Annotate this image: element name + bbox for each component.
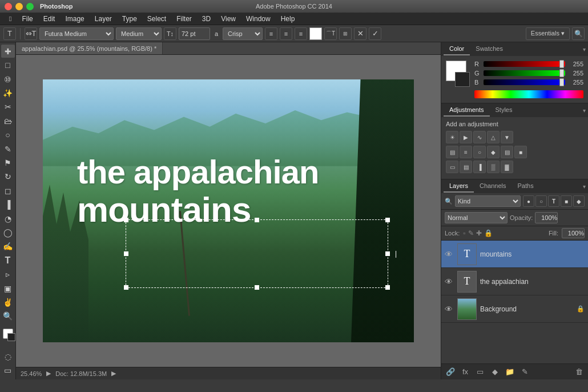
commit-button[interactable]: ✓ [369,27,381,40]
text-orientation-button[interactable]: ⇔T [25,27,37,40]
document-tab[interactable]: appalachian.psd @ 25.5% (mountains, RGB/… [16,42,163,54]
menu-view[interactable]: View [216,14,240,24]
g-slider[interactable] [484,70,565,76]
adj-vibrance[interactable]: ▼ [501,131,513,143]
lock-transparent-icon[interactable]: ▫ [463,229,465,237]
adj-exposure[interactable]: △ [487,131,500,143]
type-filter-btn[interactable]: T [548,195,559,207]
menu-file[interactable]: File [17,14,37,24]
zoom-tool[interactable]: 🔍 [1,310,15,323]
brush-tool[interactable]: ✎ [1,142,15,155]
adj-levels[interactable]: ▶ [460,131,472,143]
layers-panel-collapse[interactable]: ▾ [583,183,586,190]
adj-panel-collapse[interactable]: ▾ [583,107,586,114]
anti-alias-select[interactable]: Crisp [223,27,263,40]
fill-input[interactable] [562,228,585,238]
delete-layer-button[interactable]: 🗑 [573,366,585,378]
text-color-swatch[interactable] [309,27,322,40]
layer-mask-button[interactable]: ▭ [474,366,486,378]
maximize-button[interactable] [26,3,34,10]
warp-text-button[interactable]: ⌒T [324,27,337,40]
cancel-button[interactable]: ✕ [354,27,367,40]
kind-filter-select[interactable]: Kind [455,195,521,207]
canvas-wrapper[interactable]: the appalachian mountains | [16,55,441,367]
menu-type[interactable]: Type [118,14,142,24]
adj-curves[interactable]: ∿ [473,131,486,143]
hand-tool[interactable]: ✌ [1,295,15,309]
pen-tool[interactable]: ✍ [1,240,15,253]
lasso-tool[interactable]: ⑩ [1,73,15,86]
shape-tool[interactable]: ▣ [1,282,15,295]
menu-layer[interactable]: Layer [90,14,116,24]
gradient-tool[interactable]: ▐ [1,198,15,211]
clone-stamp-tool[interactable]: ⚑ [1,156,15,169]
history-brush-tool[interactable]: ↻ [1,170,15,183]
eyedropper-tool[interactable]: 🗁 [1,114,15,127]
dodge-tool[interactable]: ◯ [1,226,15,239]
color-spectrum[interactable] [474,90,583,98]
adj-selective-color[interactable]: ▓ [501,161,513,173]
r-slider[interactable] [484,61,565,67]
b-slider[interactable] [484,79,565,85]
adj-brightness[interactable]: ☀ [446,131,458,143]
screen-mode-button[interactable]: ▭ [1,364,15,377]
lock-all-icon[interactable]: 🔒 [484,229,493,237]
shape-filter-btn[interactable]: ■ [561,195,572,207]
tab-channels[interactable]: Channels [474,180,512,193]
align-center-button[interactable]: ≡ [280,27,292,40]
magic-wand-tool[interactable]: ✨ [1,86,15,99]
align-right-button[interactable]: ≡ [295,27,307,40]
tab-paths[interactable]: Paths [512,180,539,193]
traffic-lights[interactable] [5,3,34,10]
visibility-eye-mountains[interactable]: 👁 [445,250,454,259]
tab-color[interactable]: Color [444,43,470,55]
layer-item-background[interactable]: 👁 Background 🔒 [441,295,588,323]
adj-gradient-map[interactable]: ▒ [487,161,500,173]
layer-effects-button[interactable]: fx [460,366,471,378]
smart-filter-btn[interactable]: ◆ [573,195,585,207]
menu-edit[interactable]: Edit [39,14,60,24]
layer-item-appalachian[interactable]: 👁 T the appalachian [441,268,588,295]
adj-invert[interactable]: ▭ [446,161,458,173]
adj-color-balance[interactable]: ≡ [460,146,472,158]
tool-mode-button[interactable]: T [3,27,16,40]
foreground-color[interactable] [3,329,13,339]
eraser-tool[interactable]: ◻ [1,184,15,197]
opacity-input[interactable] [535,212,558,223]
crop-tool[interactable]: ✂ [1,101,15,114]
tab-swatches[interactable]: Swatches [470,43,509,55]
new-layer-button[interactable]: ✎ [519,366,530,378]
visibility-eye-appalachian[interactable]: 👁 [445,277,454,286]
align-left-button[interactable]: ≡ [265,27,277,40]
quick-mask-button[interactable]: ◌ [1,350,15,363]
menu-image[interactable]: Image [61,14,88,24]
char-panel-button[interactable]: ⊞ [339,27,352,40]
minimize-button[interactable] [15,3,23,10]
path-tool[interactable]: ▹ [1,268,15,281]
menu-filter[interactable]: Filter [172,14,196,24]
adj-channel-mixer[interactable]: ▤ [501,146,513,158]
move-tool[interactable]: ✚ [1,45,15,58]
adj-threshold[interactable]: ▐ [473,161,486,173]
blend-mode-select[interactable]: Normal [445,212,508,223]
adj-photo-filter[interactable]: ◆ [487,146,500,158]
selection-tool[interactable]: □ [1,58,15,71]
adj-posterize[interactable]: ▤ [460,161,472,173]
close-button[interactable] [5,3,12,10]
pixel-filter-btn[interactable]: ● [523,195,534,207]
adjustment-layer-button[interactable]: ◆ [489,366,501,378]
group-layers-button[interactable]: 📁 [504,366,515,378]
type-tool[interactable]: T [1,254,15,267]
tab-adjustments[interactable]: Adjustments [444,104,490,117]
essentials-button[interactable]: Essentials ▾ [526,27,570,40]
menu-3d[interactable]: 3D [198,14,215,24]
font-family-select[interactable]: Futura Medium [39,27,114,40]
spot-heal-tool[interactable]: ○ [1,128,15,141]
background-color-swatch[interactable] [455,72,470,87]
blur-tool[interactable]: ◔ [1,212,15,225]
color-panel-collapse[interactable]: ▾ [583,46,586,53]
adj-hue-sat[interactable]: ▤ [446,146,458,158]
menu-help[interactable]: Help [276,14,300,24]
menu-select[interactable]: Select [143,14,171,24]
font-size-input[interactable] [179,27,210,40]
